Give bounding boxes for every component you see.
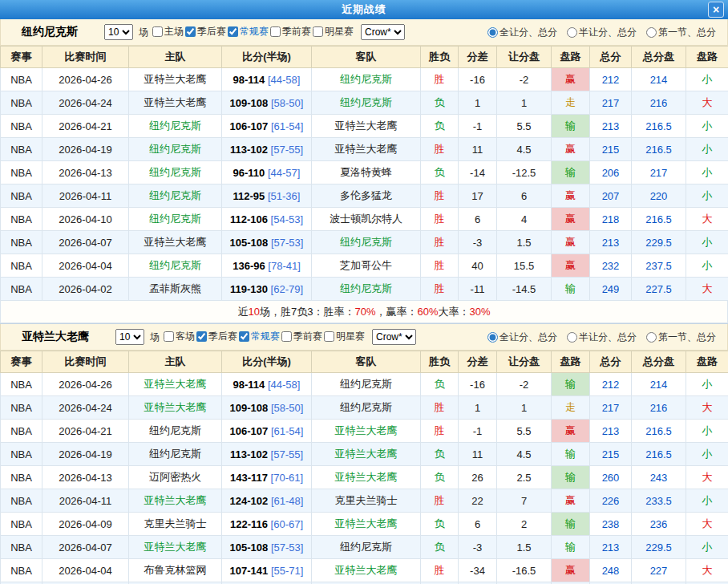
cell-win-loss: 负 [421,536,459,559]
score-text: 124-102 [230,495,269,507]
score-text: 109-108 [230,402,269,414]
cell-away-team: 亚特兰大老鹰 [312,466,421,489]
radio-input[interactable] [646,332,657,343]
cell-home-team: 纽约尼克斯 [129,138,222,161]
cell-total-points: 260 [590,466,632,489]
cell-win-loss: 负 [421,115,459,138]
cell-total-result: 小 [686,231,728,254]
radio-全让分、总分[interactable]: 全让分、总分 [487,331,557,344]
cell-total-result: 小 [686,536,728,559]
odds-source-select[interactable]: Crow* [372,329,416,345]
filter-checkbox-客场[interactable]: 客场 [164,330,195,343]
cell-total-points: 207 [590,185,632,208]
filter-checkbox-常规赛[interactable]: 常规赛 [228,25,269,39]
table-row: NBA 2026-04-04 纽约尼克斯 136-96 [78-41] 芝加哥公… [1,254,728,278]
radio-input[interactable] [567,332,577,343]
cell-league: NBA [1,396,42,420]
cell-point-diff: -3 [459,231,497,254]
table-body: NBA 2026-04-26 亚特兰大老鹰 98-114 [44-58] 纽约尼… [1,373,728,584]
cell-date: 2026-04-21 [42,420,129,443]
cell-total-line: 233.5 [632,489,686,513]
table-header-row: 赛事比赛时间主队比分(半场)客队胜负分差让分盘盘路总分总分盘盘路 [1,351,728,373]
home-team-name: 纽约尼克斯 [149,166,201,178]
radio-input[interactable] [487,332,498,343]
summary-text-segment: 场，胜7负3：胜率： [260,305,354,319]
checkbox-input[interactable] [152,26,163,37]
half-score-text: [61-54] [271,120,303,132]
cell-handicap-line: 5.5 [497,420,552,443]
radio-input[interactable] [646,27,657,38]
cell-handicap-result: 赢 [552,254,590,278]
radio-全让分、总分[interactable]: 全让分、总分 [487,26,557,39]
checkbox-input[interactable] [313,26,323,37]
games-count-select[interactable]: 10 [104,24,133,40]
cell-date: 2026-04-13 [42,466,129,489]
cell-home-team: 纽约尼克斯 [129,185,222,208]
home-team-name: 克里夫兰骑士 [144,517,207,529]
checkbox-input[interactable] [270,26,281,37]
close-button[interactable]: × [708,2,724,18]
cell-point-diff: 6 [459,513,497,536]
cell-date: 2026-04-19 [42,443,129,466]
column-header-10: 总分盘 [632,47,686,68]
cell-handicap-line: -12.5 [497,161,552,185]
away-team-name: 亚特兰大老鹰 [335,120,398,132]
radio-label: 半让分、总分 [579,26,637,39]
table-row: NBA 2026-04-11 亚特兰大老鹰 124-102 [61-48] 克里… [1,489,728,513]
radio-input[interactable] [567,27,577,38]
table-row: NBA 2026-04-07 亚特兰大老鹰 105-108 [57-53] 纽约… [1,231,728,254]
cell-away-team: 亚特兰大老鹰 [312,420,421,443]
filter-checkbox-明星赛[interactable]: 明星赛 [313,25,354,39]
checkbox-input[interactable] [228,26,238,37]
half-score-text: [62-79] [271,283,303,295]
score-text: 98-114 [233,74,265,86]
checkbox-input[interactable] [196,331,207,342]
cell-win-loss: 胜 [421,138,459,161]
radio-input[interactable] [487,27,498,38]
radio-半让分、总分[interactable]: 半让分、总分 [567,331,637,344]
checkbox-input[interactable] [164,331,174,342]
checkbox-input[interactable] [281,331,292,342]
odds-source-select[interactable]: Crow* [361,24,405,40]
filter-checkbox-季后赛[interactable]: 季后赛 [185,25,226,39]
home-team-name: 纽约尼克斯 [149,120,201,132]
checkbox-input[interactable] [324,331,334,342]
filter-checkbox-季前赛[interactable]: 季前赛 [281,330,322,343]
away-team-name: 亚特兰大老鹰 [335,564,398,576]
table-row: NBA 2026-04-11 纽约尼克斯 112-95 [51-36] 多伦多猛… [1,185,728,208]
cell-home-team: 纽约尼克斯 [129,161,222,185]
home-team-name: 纽约尼克斯 [149,213,201,225]
checkbox-label: 明星赛 [336,330,365,343]
filter-checkboxes: 客场季后赛常规赛季前赛明星赛 [164,330,366,344]
filter-checkbox-明星赛[interactable]: 明星赛 [324,330,365,343]
radio-label: 半让分、总分 [579,331,637,344]
checkbox-input[interactable] [239,331,249,342]
cell-league: NBA [1,466,42,489]
filter-checkbox-常规赛[interactable]: 常规赛 [239,330,280,343]
score-text: 122-116 [230,518,268,530]
cell-handicap-line: -14.5 [497,278,552,301]
radio-第一节、总分[interactable]: 第一节、总分 [646,331,716,344]
cell-handicap-line: 4 [497,208,552,231]
results-table: 赛事比赛时间主队比分(半场)客队胜负分差让分盘盘路总分总分盘盘路 NBA 202… [0,351,728,584]
cell-home-team: 纽约尼克斯 [129,420,222,443]
cell-home-team: 纽约尼克斯 [129,208,222,231]
summary-text-segment: 近 [237,305,248,319]
checkbox-label: 客场 [176,330,195,343]
radio-第一节、总分[interactable]: 第一节、总分 [646,26,716,39]
home-team-name: 纽约尼克斯 [149,424,201,436]
cell-away-team: 夏洛特黄蜂 [312,161,421,185]
filter-checkbox-季后赛[interactable]: 季后赛 [196,330,237,343]
cell-score: 119-130 [62-79] [222,278,312,301]
filter-checkbox-季前赛[interactable]: 季前赛 [270,25,311,39]
cell-total-result: 大 [686,559,728,582]
odds-type-radios: 全让分、总分半让分、总分第一节、总分 [487,26,721,39]
checkbox-input[interactable] [185,26,196,37]
radio-半让分、总分[interactable]: 半让分、总分 [567,26,637,39]
filter-checkbox-主场[interactable]: 主场 [152,25,184,39]
games-count-select[interactable]: 10 [115,329,144,345]
cell-total-result: 大 [686,278,728,301]
table-row: NBA 2026-04-19 纽约尼克斯 113-102 [57-55] 亚特兰… [1,443,728,466]
home-team-name: 孟菲斯灰熊 [149,282,201,294]
cell-handicap-result: 输 [552,513,590,536]
